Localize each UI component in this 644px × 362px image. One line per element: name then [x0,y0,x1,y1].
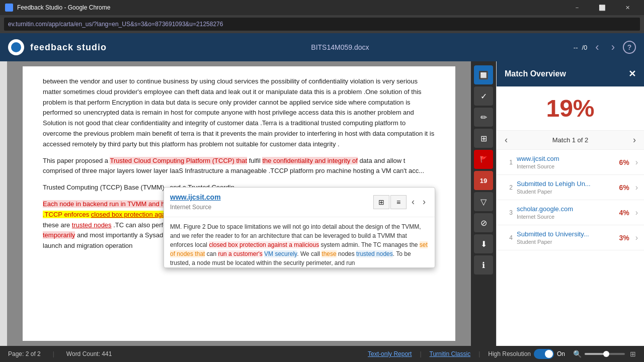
number-tool-btn[interactable]: 19 [474,171,493,190]
window-controls[interactable]: − ⬜ ✕ [566,0,639,15]
match-item[interactable]: 1 www.ijcsit.com Internet Source 6% › [497,150,644,175]
highlighted-text-2: the confidentiality and integrity of [262,157,357,164]
match-info: scholar.google.com Internet Source [517,205,615,220]
highlight-red-4: temporarily [43,231,75,239]
match-arrow-icon: › [635,208,638,217]
zoom-out-icon[interactable]: 🔍 [573,350,582,358]
match-source-name: Submitted to Lehigh Un... [517,180,615,188]
match-item[interactable]: 2 Submitted to Lehigh Un... Student Pape… [497,175,644,200]
address-bar [0,15,644,33]
match-arrow-icon: › [635,233,638,242]
match-arrow-icon: › [635,183,638,192]
toggle-state-label: On [557,350,565,357]
match-info: Submitted to Lehigh Un... Student Paper [517,180,615,195]
match-source-name: scholar.google.com [517,205,615,213]
maximize-button[interactable]: ⬜ [591,0,614,15]
tooltip-icons[interactable]: ⊞ ≡ [373,195,407,209]
tooltip-prev-btn[interactable]: ‹ [409,194,418,210]
block-tool-btn[interactable]: ⊘ [474,213,493,232]
match-source-type: Student Paper [517,239,615,245]
high-resolution-toggle[interactable] [534,349,554,359]
highlighted-text-1: Trusted Cloud Computing Platform (TCCP) … [110,157,247,164]
tooltip-url[interactable]: www.ijcsit.com [170,192,221,203]
close-button[interactable]: ✕ [616,0,639,15]
check-tool-btn[interactable]: ✓ [474,86,493,106]
status-bar: Page: 2 of 2 | Word Count: 441 Text-only… [0,346,644,362]
match-source-type: Internet Source [517,214,615,220]
left-sidebar [0,61,7,346]
grid-tool-btn[interactable]: ⊞ [474,129,493,148]
match-nav: ‹ Match 1 of 2 › [497,130,644,150]
high-resolution-toggle-container: High Resolution On [488,349,565,359]
minimize-button[interactable]: − [566,0,589,15]
main-layout: between the vendor and user to continue … [0,61,644,346]
match-nav-label: Match 1 of 2 [552,136,589,144]
document-area: between the vendor and user to continue … [7,61,471,346]
title-bar: Feedback Studio - Google Chrome − ⬜ ✕ [0,0,644,15]
match-panel-close-btn[interactable]: ✕ [628,68,636,79]
match-number: 3 [503,209,513,216]
logo-icon [8,39,24,55]
zoom-control: 🔍 ⊞ [573,350,636,358]
zoom-slider-knob [603,351,609,357]
match-panel-header: Match Overview ✕ [497,61,644,86]
match-item[interactable]: 3 scholar.google.com Internet Source 4% … [497,200,644,225]
match-percentage-value: 4% [619,209,629,217]
prev-page-button[interactable]: ‹ [591,39,603,56]
tooltip-header: www.ijcsit.com Internet Source ⊞ ≡ ‹ › [164,188,435,217]
right-tools-panel: 🔲 ✓ ✏ ⊞ 🚩 19 ▽ ⊘ ⬇ ℹ [471,61,496,346]
page-separator: -- [574,44,578,51]
match-percentage-value: 6% [619,158,629,166]
tooltip-source-type: Internet Source [170,203,221,212]
tooltip-left: www.ijcsit.com Internet Source [170,192,221,213]
next-page-button[interactable]: › [607,39,619,56]
layers-tool-btn[interactable]: 🔲 [474,65,493,84]
window-title: Feedback Studio - Google Chrome [17,4,561,11]
match-percentage-value: 3% [619,234,629,242]
status-right: Text-only Report | Turnitin Classic | Hi… [368,349,636,359]
text-only-report-link[interactable]: Text-only Report [368,350,412,357]
tooltip-nav[interactable]: ⊞ ≡ ‹ › [373,194,429,210]
match-number: 4 [503,234,513,241]
match-item[interactable]: 4 Submitted to University... Student Pap… [497,225,644,250]
match-source-type: Internet Source [517,163,615,169]
turnitin-classic-link[interactable]: Turnitin Classic [430,350,471,357]
page-total: /0 [582,44,588,51]
word-count: Word Count: 441 [66,350,112,357]
flag-tool-btn[interactable]: 🚩 [474,150,493,169]
zoom-slider[interactable] [585,353,625,355]
match-source-type: Student Paper [517,189,615,195]
help-button[interactable]: ? [623,41,636,54]
paragraph-1: between the vendor and user to continue … [43,76,435,150]
tooltip-view-btn-1[interactable]: ⊞ [373,195,389,209]
match-number: 2 [503,184,513,191]
resolution-label: High Resolution [488,350,531,357]
nav-controls: -- /0 ‹ › ? [574,39,636,56]
underline-trusted-nodes: trusted nodes [72,221,112,229]
match-percentage: 19% [497,86,644,130]
download-tool-btn[interactable]: ⬇ [474,234,493,253]
match-info: www.ijcsit.com Internet Source [517,155,615,169]
document-page: between the vendor and user to continue … [23,66,455,341]
source-tooltip: www.ijcsit.com Internet Source ⊞ ≡ ‹ › M… [164,187,435,268]
tooltip-view-btn-2[interactable]: ≡ [390,195,407,209]
page-info: Page: 2 of 2 [8,350,41,357]
url-input[interactable] [4,18,640,31]
browser-icon [5,4,13,12]
info-tool-btn[interactable]: ℹ [474,255,493,275]
filter-tool-btn[interactable]: ▽ [474,192,493,211]
zoom-expand-icon[interactable]: ⊞ [630,350,636,358]
file-name: BITS14M059.docx [113,43,568,51]
match-prev-btn[interactable]: ‹ [503,133,510,147]
tooltip-next-btn[interactable]: › [420,194,429,210]
edit-tool-btn[interactable]: ✏ [474,108,493,127]
app-title: feedback studio [30,42,107,53]
paragraph-2: This paper proposed a Trusted Cloud Comp… [43,156,435,177]
match-arrow-icon: › [635,158,638,167]
match-source-name: Submitted to University... [517,230,615,238]
zoom-slider-fill [585,353,605,355]
match-source-name: www.ijcsit.com [517,155,615,162]
match-number: 1 [503,159,513,166]
match-next-btn[interactable]: › [631,133,638,147]
app-header: feedback studio BITS14M059.docx -- /0 ‹ … [0,33,644,61]
